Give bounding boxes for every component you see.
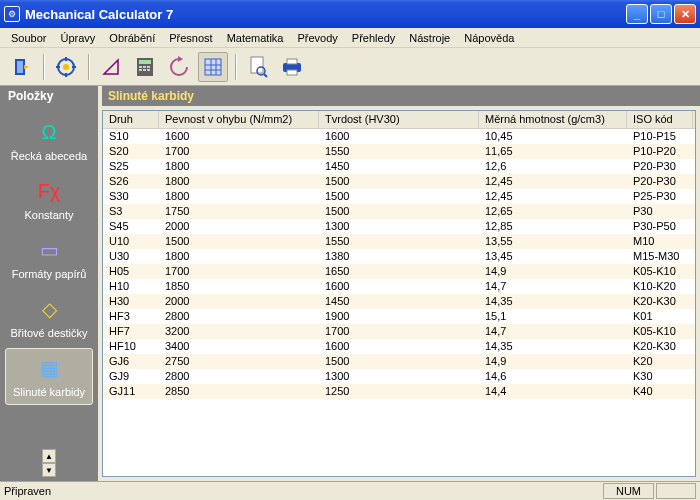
- cell: S45: [103, 219, 159, 234]
- cell: 1550: [319, 234, 479, 249]
- cell: S20: [103, 144, 159, 159]
- table-row[interactable]: H051700165014,9K05-K10: [103, 264, 695, 279]
- table-row[interactable]: HF32800190015,1K01: [103, 309, 695, 324]
- cell: 2000: [159, 219, 319, 234]
- cell: 1380: [319, 249, 479, 264]
- sidebar-item-1[interactable]: FχKonstanty: [5, 171, 93, 228]
- cell: 1450: [319, 294, 479, 309]
- cell: HF10: [103, 339, 159, 354]
- table-row[interactable]: S201700155011,65P10-P20: [103, 144, 695, 159]
- svg-rect-19: [205, 59, 221, 75]
- table-row[interactable]: H302000145014,35K20-K30: [103, 294, 695, 309]
- table-row[interactable]: H101850160014,7K10-K20: [103, 279, 695, 294]
- gear-icon[interactable]: [51, 52, 81, 82]
- cell: P20-P30: [627, 174, 693, 189]
- table-row[interactable]: S251800145012,6P20-P30: [103, 159, 695, 174]
- status-num: NUM: [603, 483, 654, 499]
- grid-icon[interactable]: [198, 52, 228, 82]
- sidebar-item-0[interactable]: ΩŘecká abeceda: [5, 112, 93, 169]
- cell: GJ11: [103, 384, 159, 399]
- table-row[interactable]: S261800150012,45P20-P30: [103, 174, 695, 189]
- col-header[interactable]: Tvrdost (HV30): [319, 111, 479, 128]
- door-icon[interactable]: [6, 52, 36, 82]
- cell: K40: [627, 384, 693, 399]
- cell: 1600: [159, 129, 319, 144]
- data-table: DruhPevnost v ohybu (N/mm2)Tvrdost (HV30…: [102, 110, 696, 477]
- path-left: Položky: [0, 86, 98, 106]
- svg-rect-29: [287, 70, 297, 75]
- cell: 1800: [159, 159, 319, 174]
- cell: 12,85: [479, 219, 627, 234]
- menu-nástroje[interactable]: Nástroje: [402, 30, 457, 46]
- app-icon: ⚙: [4, 6, 20, 22]
- cell: 1800: [159, 249, 319, 264]
- path-right: Slinuté karbidy: [102, 86, 700, 106]
- cell: P25-P30: [627, 189, 693, 204]
- close-button[interactable]: ✕: [674, 4, 696, 24]
- cell: GJ6: [103, 354, 159, 369]
- cell: H10: [103, 279, 159, 294]
- svg-rect-16: [143, 69, 146, 71]
- col-header[interactable]: Druh: [103, 111, 159, 128]
- triangle-icon[interactable]: [96, 52, 126, 82]
- table-row[interactable]: S452000130012,85P30-P50: [103, 219, 695, 234]
- scroll-down-icon[interactable]: ▼: [42, 463, 56, 477]
- menu-přehledy[interactable]: Přehledy: [345, 30, 402, 46]
- cell: S26: [103, 174, 159, 189]
- cell: P10-P20: [627, 144, 693, 159]
- table-row[interactable]: U301800138013,45M15-M30: [103, 249, 695, 264]
- status-empty: [656, 483, 696, 499]
- maximize-button[interactable]: □: [650, 4, 672, 24]
- svg-point-4: [63, 64, 69, 70]
- table-row[interactable]: GJ62750150014,9K20: [103, 354, 695, 369]
- menu-nápověda[interactable]: Nápověda: [457, 30, 521, 46]
- table-row[interactable]: HF73200170014,7K05-K10: [103, 324, 695, 339]
- table-row[interactable]: U101500155013,55M10: [103, 234, 695, 249]
- cell: S3: [103, 204, 159, 219]
- status-bar: Připraven NUM: [0, 481, 700, 500]
- sidebar-item-label: Břitové destičky: [8, 327, 90, 339]
- table-row[interactable]: GJ92800130014,6K30: [103, 369, 695, 384]
- path-bar: Položky Slinuté karbidy: [0, 86, 700, 106]
- cell: 1600: [319, 129, 479, 144]
- table-row[interactable]: S101600160010,45P10-P15: [103, 129, 695, 144]
- menu-obrábění[interactable]: Obrábění: [102, 30, 162, 46]
- table-row[interactable]: GJ112850125014,4K40: [103, 384, 695, 399]
- table-row[interactable]: S31750150012,65P30: [103, 204, 695, 219]
- menu-soubor[interactable]: Soubor: [4, 30, 53, 46]
- cell: S30: [103, 189, 159, 204]
- scroll-up-icon[interactable]: ▲: [42, 449, 56, 463]
- calculator-icon[interactable]: [130, 52, 160, 82]
- cell: K10-K20: [627, 279, 693, 294]
- cell: K20-K30: [627, 339, 693, 354]
- cell: 2800: [159, 369, 319, 384]
- col-header[interactable]: Pevnost v ohybu (N/mm2): [159, 111, 319, 128]
- sidebar-icon: ◇: [32, 294, 66, 324]
- preview-icon[interactable]: [243, 52, 273, 82]
- svg-line-26: [264, 74, 267, 77]
- svg-marker-18: [178, 56, 183, 62]
- col-header[interactable]: Měrná hmotnost (g/cm3): [479, 111, 627, 128]
- cell: 14,9: [479, 264, 627, 279]
- sidebar-item-2[interactable]: ▭Formáty papírů: [5, 230, 93, 287]
- sidebar-item-4[interactable]: ▦Slinuté karbidy: [5, 348, 93, 405]
- svg-marker-9: [104, 60, 118, 74]
- menu-převody[interactable]: Převody: [290, 30, 344, 46]
- table-row[interactable]: HF103400160014,35K20-K30: [103, 339, 695, 354]
- cell: S10: [103, 129, 159, 144]
- table-row[interactable]: S301800150012,45P25-P30: [103, 189, 695, 204]
- menu-matematika[interactable]: Matematika: [220, 30, 291, 46]
- print-icon[interactable]: [277, 52, 307, 82]
- sidebar-item-3[interactable]: ◇Břitové destičky: [5, 289, 93, 346]
- sidebar: ΩŘecká abecedaFχKonstanty▭Formáty papírů…: [0, 106, 98, 481]
- col-header[interactable]: ISO kód: [627, 111, 693, 128]
- table-body[interactable]: S101600160010,45P10-P15S201700155011,65P…: [103, 129, 695, 476]
- cell: 14,6: [479, 369, 627, 384]
- cell: 1700: [159, 144, 319, 159]
- menu-přesnost[interactable]: Přesnost: [162, 30, 219, 46]
- cell: 1250: [319, 384, 479, 399]
- cell: K01: [627, 309, 693, 324]
- refresh-icon[interactable]: [164, 52, 194, 82]
- menu-úpravy[interactable]: Úpravy: [53, 30, 102, 46]
- minimize-button[interactable]: _: [626, 4, 648, 24]
